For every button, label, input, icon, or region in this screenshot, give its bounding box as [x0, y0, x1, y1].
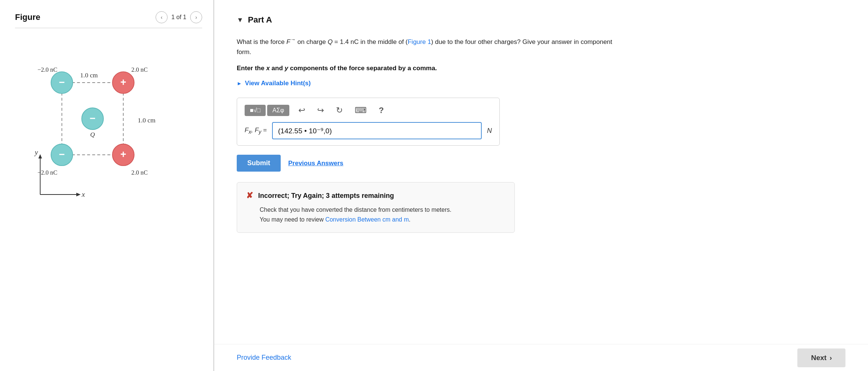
- force-symbol: F→: [286, 38, 296, 45]
- help-button[interactable]: ?: [376, 104, 387, 117]
- bottom-bar: Provide Feedback Next ›: [214, 344, 868, 371]
- undo-button[interactable]: ↩: [295, 104, 308, 117]
- part-title: Part A: [248, 15, 272, 25]
- next-label: Next: [811, 354, 826, 362]
- feedback-body: Check that you have converted the distan…: [260, 205, 505, 224]
- question-bold: Enter the x and y components of the forc…: [237, 65, 845, 72]
- charge-center-label: Q: [90, 131, 95, 138]
- charge-top-left-sign: −: [59, 77, 65, 88]
- math-symbol-button[interactable]: ■√□: [245, 105, 266, 116]
- hint-link[interactable]: View Available Hint(s): [245, 80, 311, 87]
- keyboard-button[interactable]: ⌨: [352, 104, 370, 117]
- y-axis-arrow: [38, 154, 42, 158]
- math-input-field[interactable]: [272, 122, 482, 139]
- figure-nav: ‹ 1 of 1 ›: [156, 11, 202, 23]
- q-text-3: = 1.4 nC in the middle of (: [333, 38, 408, 45]
- left-panel: Figure ‹ 1 of 1 › 1.0 cm 1.0 cm − −2.0 n…: [0, 0, 214, 371]
- charge-top-right-label: 2.0 nC: [132, 66, 148, 73]
- toolbar-btn-group: ■√□ AΣφ: [245, 105, 289, 116]
- next-figure-button[interactable]: ›: [190, 11, 202, 23]
- next-button[interactable]: Next ›: [797, 348, 845, 367]
- charge-bottom-left-sign: −: [59, 149, 65, 160]
- feedback-body-3: .: [409, 216, 410, 223]
- next-arrow-icon: ›: [830, 354, 832, 362]
- submit-button[interactable]: Submit: [237, 155, 281, 172]
- feedback-body-1: Check that you have converted the distan…: [260, 207, 451, 213]
- figure-diagram: 1.0 cm 1.0 cm − −2.0 nC + 2.0 nC − Q − −…: [15, 36, 195, 223]
- charge-symbol: Q: [328, 38, 333, 45]
- x-axis-arrow: [76, 193, 81, 196]
- incorrect-icon: ✘: [246, 191, 253, 201]
- figure-count: 1 of 1: [171, 14, 186, 21]
- math-toolbar: ■√□ AΣφ ↩ ↪ ↻ ⌨ ?: [245, 104, 492, 117]
- part-header: ▼ Part A: [237, 15, 845, 25]
- provide-feedback-link[interactable]: Provide Feedback: [237, 354, 291, 362]
- q-text-2: on charge: [296, 38, 328, 45]
- distance-label-v: 1.0 cm: [138, 117, 156, 124]
- feedback-title: Incorrect; Try Again; 3 attempts remaini…: [258, 192, 394, 200]
- charge-bottom-right-label: 2.0 nC: [132, 169, 148, 176]
- part-triangle-icon: ▼: [237, 16, 243, 24]
- figure-canvas: 1.0 cm 1.0 cm − −2.0 nC + 2.0 nC − Q − −…: [15, 36, 195, 223]
- feedback-body-2: You may need to review: [260, 216, 325, 223]
- submit-row: Submit Previous Answers: [237, 155, 845, 172]
- math-input-row: Fx, Fy = N: [245, 122, 492, 139]
- charge-bottom-right-sign: +: [120, 149, 126, 160]
- hint-row: ► View Available Hint(s): [237, 80, 845, 87]
- math-label: Fx, Fy =: [245, 127, 267, 135]
- math-alpha-button[interactable]: AΣφ: [267, 105, 289, 116]
- x-axis-label: x: [82, 190, 85, 198]
- prev-figure-button[interactable]: ‹: [156, 11, 168, 23]
- math-unit: N: [487, 127, 492, 135]
- previous-answers-button[interactable]: Previous Answers: [288, 160, 343, 167]
- right-panel: ▼ Part A What is the force F→ on charge …: [214, 0, 868, 371]
- question-text: What is the force F→ on charge Q = 1.4 n…: [237, 35, 612, 57]
- charge-top-left-label: −2.0 nC: [38, 66, 57, 73]
- q-text-1: What is the force: [237, 38, 286, 45]
- hint-triangle-icon: ►: [237, 80, 242, 86]
- distance-label-h: 1.0 cm: [80, 72, 98, 79]
- math-input-container: ■√□ AΣφ ↩ ↪ ↻ ⌨ ? Fx, Fy = N: [237, 98, 500, 146]
- charge-top-right-sign: +: [120, 77, 126, 88]
- figure-header: Figure ‹ 1 of 1 ›: [15, 11, 202, 28]
- feedback-box: ✘ Incorrect; Try Again; 3 attempts remai…: [237, 182, 515, 233]
- feedback-header: ✘ Incorrect; Try Again; 3 attempts remai…: [246, 191, 505, 201]
- figure-title: Figure: [15, 12, 40, 22]
- figure-link[interactable]: Figure 1: [408, 38, 431, 45]
- redo-button[interactable]: ↪: [314, 104, 327, 117]
- feedback-link[interactable]: Conversion Between cm and m: [325, 216, 409, 223]
- refresh-button[interactable]: ↻: [333, 104, 346, 117]
- charge-center-sign: −: [89, 113, 95, 124]
- y-axis-label: y: [34, 148, 38, 156]
